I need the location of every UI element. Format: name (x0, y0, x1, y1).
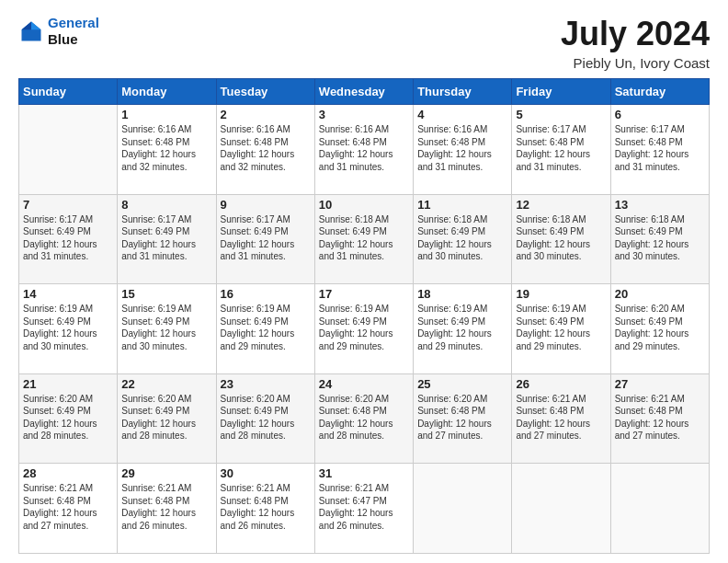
day-number: 4 (417, 108, 507, 121)
day-info: Sunrise: 6:21 AMSunset: 6:47 PMDaylight:… (319, 482, 409, 532)
calendar-cell: 10Sunrise: 6:18 AMSunset: 6:49 PMDayligh… (314, 194, 413, 284)
day-info: Sunrise: 6:16 AMSunset: 6:48 PMDaylight:… (417, 123, 507, 173)
day-number: 16 (221, 287, 311, 301)
day-number: 14 (23, 287, 113, 301)
calendar-cell: 17Sunrise: 6:19 AMSunset: 6:49 PMDayligh… (314, 284, 413, 374)
day-number: 8 (121, 198, 211, 212)
day-number: 9 (221, 198, 311, 212)
calendar-week-3: 14Sunrise: 6:19 AMSunset: 6:49 PMDayligh… (19, 284, 710, 374)
svg-marker-2 (22, 22, 32, 30)
day-info: Sunrise: 6:18 AMSunset: 6:49 PMDaylight:… (319, 213, 409, 263)
day-info: Sunrise: 6:16 AMSunset: 6:48 PMDaylight:… (121, 123, 211, 173)
day-info: Sunrise: 6:17 AMSunset: 6:49 PMDaylight:… (221, 213, 311, 263)
day-info: Sunrise: 6:18 AMSunset: 6:49 PMDaylight:… (417, 213, 507, 263)
day-info: Sunrise: 6:19 AMSunset: 6:49 PMDaylight:… (319, 303, 409, 352)
calendar-cell: 19Sunrise: 6:19 AMSunset: 6:49 PMDayligh… (512, 284, 610, 374)
day-info: Sunrise: 6:17 AMSunset: 6:48 PMDaylight:… (615, 123, 705, 173)
calendar-cell: 5Sunrise: 6:17 AMSunset: 6:48 PMDaylight… (512, 105, 610, 195)
day-number: 13 (615, 198, 705, 212)
day-info: Sunrise: 6:18 AMSunset: 6:49 PMDaylight:… (615, 213, 705, 263)
day-number: 12 (516, 198, 606, 212)
calendar-cell: 12Sunrise: 6:18 AMSunset: 6:49 PMDayligh… (512, 194, 610, 284)
day-number: 22 (121, 377, 211, 391)
calendar-cell: 16Sunrise: 6:19 AMSunset: 6:49 PMDayligh… (216, 284, 314, 374)
day-number: 6 (615, 108, 705, 121)
day-number: 2 (221, 108, 311, 121)
calendar-cell (19, 105, 118, 195)
day-info: Sunrise: 6:19 AMSunset: 6:49 PMDaylight:… (23, 303, 113, 352)
calendar-week-1: 1Sunrise: 6:16 AMSunset: 6:48 PMDaylight… (19, 105, 710, 195)
calendar-week-2: 7Sunrise: 6:17 AMSunset: 6:49 PMDaylight… (19, 194, 710, 284)
day-info: Sunrise: 6:20 AMSunset: 6:49 PMDaylight:… (23, 393, 113, 442)
calendar-cell: 28Sunrise: 6:21 AMSunset: 6:48 PMDayligh… (19, 464, 118, 554)
calendar-week-4: 21Sunrise: 6:20 AMSunset: 6:49 PMDayligh… (19, 373, 710, 464)
title-block: July 2024 Piebly Un, Ivory Coast (561, 15, 710, 71)
day-number: 31 (319, 466, 409, 480)
calendar-header-tuesday: Tuesday (216, 79, 314, 105)
day-info: Sunrise: 6:16 AMSunset: 6:48 PMDaylight:… (221, 123, 311, 173)
calendar-header-row: SundayMondayTuesdayWednesdayThursdayFrid… (19, 79, 710, 105)
calendar-week-5: 28Sunrise: 6:21 AMSunset: 6:48 PMDayligh… (19, 464, 710, 554)
day-number: 20 (615, 287, 705, 301)
svg-marker-1 (31, 22, 41, 30)
calendar-cell: 18Sunrise: 6:19 AMSunset: 6:49 PMDayligh… (414, 284, 512, 374)
calendar-cell: 1Sunrise: 6:16 AMSunset: 6:48 PMDaylight… (118, 105, 216, 195)
calendar-cell: 7Sunrise: 6:17 AMSunset: 6:49 PMDaylight… (19, 194, 118, 284)
calendar-cell: 11Sunrise: 6:18 AMSunset: 6:49 PMDayligh… (414, 194, 512, 284)
day-info: Sunrise: 6:19 AMSunset: 6:49 PMDaylight:… (221, 303, 311, 352)
calendar-cell: 13Sunrise: 6:18 AMSunset: 6:49 PMDayligh… (610, 194, 709, 284)
day-info: Sunrise: 6:19 AMSunset: 6:49 PMDaylight:… (516, 303, 606, 352)
day-number: 26 (516, 377, 606, 391)
day-info: Sunrise: 6:21 AMSunset: 6:48 PMDaylight:… (121, 482, 211, 532)
day-info: Sunrise: 6:19 AMSunset: 6:49 PMDaylight:… (417, 303, 507, 352)
main-title: July 2024 (561, 15, 710, 53)
calendar-table: SundayMondayTuesdayWednesdayThursdayFrid… (18, 78, 710, 554)
day-number: 10 (319, 198, 409, 212)
calendar-cell: 14Sunrise: 6:19 AMSunset: 6:49 PMDayligh… (19, 284, 118, 374)
calendar-header-monday: Monday (118, 79, 216, 105)
day-info: Sunrise: 6:21 AMSunset: 6:48 PMDaylight:… (516, 393, 606, 442)
calendar-cell: 31Sunrise: 6:21 AMSunset: 6:47 PMDayligh… (314, 464, 413, 554)
calendar-cell (414, 464, 512, 554)
day-number: 5 (516, 108, 606, 121)
calendar-cell: 3Sunrise: 6:16 AMSunset: 6:48 PMDaylight… (314, 105, 413, 195)
day-info: Sunrise: 6:17 AMSunset: 6:48 PMDaylight:… (516, 123, 606, 173)
calendar-header-sunday: Sunday (19, 79, 118, 105)
day-number: 18 (417, 287, 507, 301)
day-info: Sunrise: 6:20 AMSunset: 6:48 PMDaylight:… (319, 393, 409, 442)
logo-text: General Blue (48, 15, 99, 48)
calendar-cell: 26Sunrise: 6:21 AMSunset: 6:48 PMDayligh… (512, 373, 610, 464)
calendar-cell: 25Sunrise: 6:20 AMSunset: 6:48 PMDayligh… (414, 373, 512, 464)
calendar-cell: 30Sunrise: 6:21 AMSunset: 6:48 PMDayligh… (216, 464, 314, 554)
calendar-cell: 8Sunrise: 6:17 AMSunset: 6:49 PMDaylight… (118, 194, 216, 284)
header: General Blue July 2024 Piebly Un, Ivory … (18, 15, 710, 71)
day-number: 19 (516, 287, 606, 301)
day-number: 17 (319, 287, 409, 301)
calendar-header-friday: Friday (512, 79, 610, 105)
calendar-cell: 6Sunrise: 6:17 AMSunset: 6:48 PMDaylight… (610, 105, 709, 195)
day-info: Sunrise: 6:20 AMSunset: 6:49 PMDaylight:… (615, 303, 705, 352)
calendar-cell: 9Sunrise: 6:17 AMSunset: 6:49 PMDaylight… (216, 194, 314, 284)
day-number: 30 (221, 466, 311, 480)
day-number: 15 (121, 287, 211, 301)
calendar-cell: 23Sunrise: 6:20 AMSunset: 6:49 PMDayligh… (216, 373, 314, 464)
calendar-cell: 21Sunrise: 6:20 AMSunset: 6:49 PMDayligh… (19, 373, 118, 464)
day-info: Sunrise: 6:21 AMSunset: 6:48 PMDaylight:… (23, 482, 113, 532)
day-number: 1 (121, 108, 211, 121)
subtitle: Piebly Un, Ivory Coast (561, 55, 710, 71)
logo: General Blue (18, 15, 99, 48)
calendar-cell: 20Sunrise: 6:20 AMSunset: 6:49 PMDayligh… (610, 284, 709, 374)
day-info: Sunrise: 6:21 AMSunset: 6:48 PMDaylight:… (615, 393, 705, 442)
calendar-cell: 24Sunrise: 6:20 AMSunset: 6:48 PMDayligh… (314, 373, 413, 464)
day-number: 11 (417, 198, 507, 212)
day-number: 28 (23, 466, 113, 480)
calendar-cell: 29Sunrise: 6:21 AMSunset: 6:48 PMDayligh… (118, 464, 216, 554)
day-info: Sunrise: 6:19 AMSunset: 6:49 PMDaylight:… (121, 303, 211, 352)
day-number: 24 (319, 377, 409, 391)
day-number: 27 (615, 377, 705, 391)
calendar-cell: 22Sunrise: 6:20 AMSunset: 6:49 PMDayligh… (118, 373, 216, 464)
page: General Blue July 2024 Piebly Un, Ivory … (0, 0, 728, 563)
day-info: Sunrise: 6:20 AMSunset: 6:48 PMDaylight:… (417, 393, 507, 442)
calendar-cell (610, 464, 709, 554)
calendar-cell: 15Sunrise: 6:19 AMSunset: 6:49 PMDayligh… (118, 284, 216, 374)
